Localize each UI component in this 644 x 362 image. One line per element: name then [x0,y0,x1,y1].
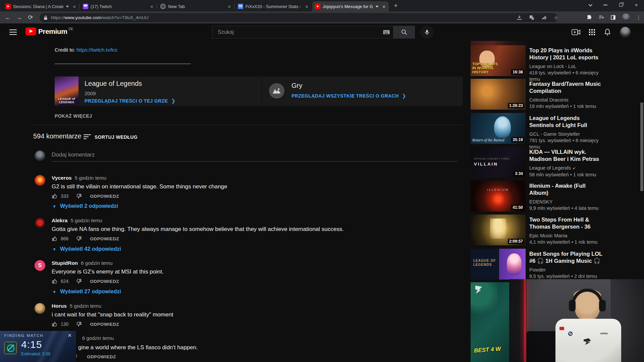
comment-author[interactable]: Vyceros [52,175,72,181]
translate-icon[interactable]: A [529,15,535,20]
forward-button[interactable]: → [13,14,25,21]
playlist-icon[interactable] [598,14,604,20]
create-video-icon[interactable] [572,29,580,36]
extensions-puzzle-icon[interactable] [586,14,592,20]
reply-button[interactable]: ODPOWIEDZ [90,194,119,199]
video-title[interactable]: Illenium - Awake (Full Album) [529,182,602,196]
hamburger-menu-icon[interactable] [9,29,17,35]
account-avatar[interactable] [620,27,631,38]
audio-speaker-icon[interactable] [66,4,70,8]
like-icon[interactable] [52,236,58,242]
page-scrollbar[interactable] [640,103,643,191]
tab-close-icon[interactable]: × [72,4,76,9]
restore-button[interactable] [613,0,629,10]
reload-button[interactable]: ⟳ [25,14,36,21]
video-title[interactable]: K/DA — VILLAIN wyk. Madison Beer i Kim P… [529,148,602,163]
view-replies-button[interactable]: ▼Wyświetl 42 odpowiedzi [52,246,121,252]
comment-time[interactable]: 5 godzin temu [75,175,106,181]
video-title[interactable]: League of Legends Sentinels of Light Ful… [529,115,602,129]
audio-speaker-icon[interactable] [375,4,379,8]
tab-new-tab[interactable]: New Tab × [158,1,234,11]
dislike-icon[interactable] [76,321,82,327]
youtube-premium-logo[interactable]: Premium DE [25,27,73,35]
browse-games-cta[interactable]: PRZEGLĄDAJ WSZYSTKIE TREŚCI O GRACH❯ [291,93,406,99]
view-replies-button[interactable]: ▼Wyświetl 27 odpowiedzi [52,289,121,295]
comment-author[interactable]: StupidRon [52,260,78,266]
video-channel[interactable]: GCL - Game Storyteller [529,131,602,137]
tab-active-jojopyun[interactable]: Jojopyun's Message for G2 a × [312,1,389,11]
browser-profile-avatar[interactable] [622,13,630,21]
search-input[interactable] [212,29,383,35]
tab-twitch[interactable]: (17) Twitch × [80,1,157,11]
new-tab-button[interactable]: + [391,1,400,10]
like-icon[interactable] [52,278,58,284]
youtube-apps-icon[interactable] [589,29,595,35]
sort-icon[interactable] [84,134,91,140]
tab-sessions-diana[interactable]: Sessions: Diana | A Creator-S × [3,1,79,11]
comment-time[interactable]: 5 godzin temu [70,218,102,223]
like-icon[interactable] [52,321,58,327]
video-title[interactable]: Two Steps From Hell & Thomas Bergersen -… [529,216,602,230]
video-title[interactable]: Fantasy Bard/Tavern Music Compilation [529,80,602,95]
share-icon[interactable] [541,15,547,20]
game-card-league-of-legends[interactable]: LEAGUE ofLEGENDS League of Legends 2009 … [55,76,261,106]
search-button[interactable] [393,26,415,39]
commenter-avatar[interactable]: S [35,260,45,271]
dislike-icon[interactable] [76,278,82,284]
voice-search-button[interactable] [420,25,434,39]
show-more-button[interactable]: POKAŻ WIĘCEJ [55,113,92,119]
minimize-button[interactable] [598,0,613,10]
video-thumbnail[interactable]: 2:09:57 [471,215,526,245]
reply-button[interactable]: ODPOWIEDZ [90,236,119,241]
side-panel-icon[interactable] [610,15,616,20]
comment-author[interactable]: Alekra [52,218,67,223]
tab-close-icon[interactable]: × [150,4,154,9]
like-icon[interactable] [52,193,58,199]
view-replies-button[interactable]: ▼Wyświetl 2 odpowiedzi [52,203,118,209]
bookmark-star-icon[interactable]: ☆ [554,14,558,21]
dislike-icon[interactable] [76,236,82,242]
video-channel[interactable]: Epic Music Mania [529,233,602,239]
back-button[interactable]: ← [2,14,13,21]
video-channel[interactable]: League on Lock - LoL [529,63,602,70]
video-thumbnail[interactable]: TOP 20 PLAYS IN WORLDS HISTORY 16:38 [471,45,526,76]
commenter-avatar[interactable] [35,218,45,228]
video-title[interactable]: Top 20 Plays in #Worlds History | 2021 L… [529,47,602,61]
my-avatar[interactable] [35,150,45,161]
reply-button[interactable]: ODPOWIEDZ [90,279,119,284]
twitch-credit-link[interactable]: https://twitch.tv/lcs [76,47,117,53]
keyboard-icon[interactable] [383,30,390,35]
video-thumbnail[interactable]: ILLENIUM 41:50 [471,181,526,212]
dislike-icon[interactable] [76,193,82,199]
reply-button[interactable]: ODPOWIEDZ [90,322,119,327]
video-channel[interactable]: League of Legends✔ [529,165,602,172]
tab-close-icon[interactable]: × [305,4,309,9]
tab-close-icon[interactable]: × [382,4,386,9]
video-title[interactable]: Best Songs for Playing LOL #6 🎧 1H Gamin… [529,250,602,264]
video-thumbnail[interactable]: LEAGUE OF LEGENDS [471,249,526,280]
video-channel[interactable]: Celestial Draconis [529,97,602,103]
notifications-bell-icon[interactable] [604,28,611,36]
video-thumbnail[interactable]: OFFICIAL CONCEPT VIDEO VILLAIN 3:34 [471,147,526,178]
comment-time[interactable]: 5 godzin temu [70,303,101,309]
overlay-close-icon[interactable]: ✕ [67,333,72,339]
tab-summoner-stats[interactable]: FiXxX33 - Summoner Stats - Leag × [235,1,312,11]
comment-time[interactable]: 6 godzin temu [82,335,114,341]
add-comment-field[interactable]: Dodaj komentarz [52,152,95,158]
video-thumbnail[interactable]: 1:26:23 [471,79,526,110]
browse-game-cta[interactable]: PRZEGLĄDAJ TREŚCI O TEJ GRZE❯ [85,98,175,104]
video-channel[interactable]: Powder [529,267,602,273]
games-category-card[interactable]: Gry PRZEGLĄDAJ WSZYSTKIE TREŚCI O GRACH❯ [262,76,463,106]
video-thumbnail[interactable]: Return of the Ruined 35:19 [471,113,526,144]
commenter-avatar[interactable] [35,175,45,186]
browser-menu-icon[interactable]: ⋮ [636,14,641,21]
tab-search-button[interactable] [582,0,598,10]
comment-author[interactable]: Horus [52,303,67,309]
address-bar[interactable]: https://www.youtube.com/watch?v=TIltu5_4… [40,13,558,22]
download-icon[interactable] [517,15,522,20]
commenter-avatar[interactable] [35,303,45,314]
close-button[interactable]: × [629,0,644,10]
comment-time[interactable]: 6 godzin temu [81,260,112,266]
video-channel[interactable]: EDENSKY [529,199,602,205]
sort-by-button[interactable]: SORTUJ WEDŁUG [95,134,138,140]
